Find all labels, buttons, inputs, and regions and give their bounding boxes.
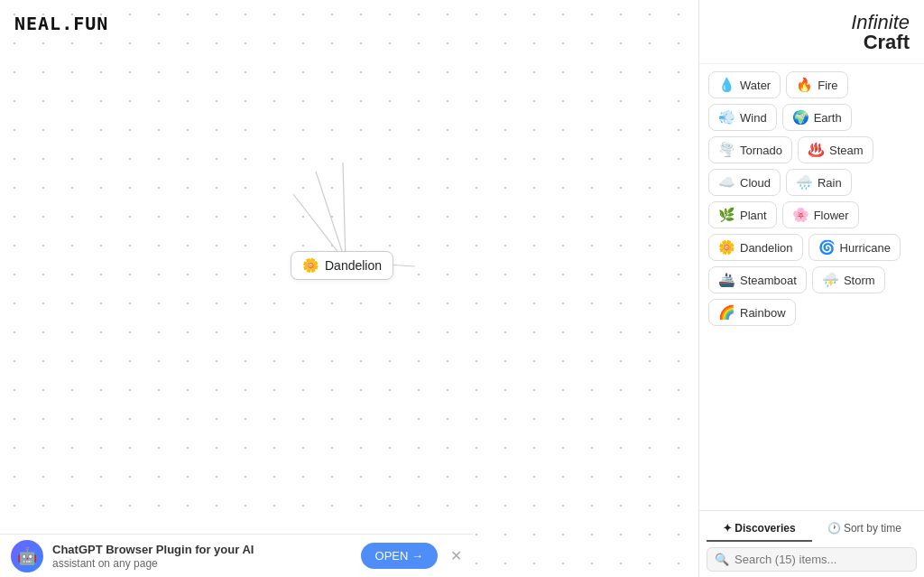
svg-line-2 (343, 163, 346, 262)
storm-label: Storm (844, 274, 875, 287)
storm-icon: ⛈️ (822, 272, 839, 288)
craft-label: Craft (714, 31, 910, 54)
item-chip-water[interactable]: 💧Water (708, 71, 781, 98)
tornado-label: Tornado (740, 144, 782, 157)
item-chip-earth[interactable]: 🌍Earth (782, 104, 852, 131)
dandelion-icon: 🌼 (718, 239, 735, 256)
steam-label: Steam (829, 144, 864, 157)
canvas-lines (0, 0, 698, 577)
earth-icon: 🌍 (792, 109, 809, 126)
item-chip-steamboat[interactable]: 🚢Steamboat (708, 266, 807, 293)
fire-label: Fire (818, 79, 837, 92)
search-icon: 🔍 (715, 553, 729, 566)
hurricane-icon: 🌀 (818, 239, 836, 256)
item-chip-storm[interactable]: ⛈️Storm (812, 266, 885, 293)
canvas-area[interactable]: NEAL.FUN 🌼 Dandelion 🗑️ 🌙 ✋ 🔊 Reset � (0, 0, 698, 577)
rain-label: Rain (818, 176, 842, 190)
search-row: 🔍 (707, 547, 917, 572)
earth-label: Earth (814, 111, 842, 125)
items-grid: 💧Water🔥Fire💨Wind🌍Earth🌪️Tornado♨️Steam☁️… (699, 64, 924, 510)
dandelion-element[interactable]: 🌼 Dandelion (291, 251, 393, 280)
item-chip-plant[interactable]: 🌿Plant (708, 201, 777, 228)
tab-sort-by-time[interactable]: 🕐 Sort by time (812, 517, 918, 542)
item-chip-cloud[interactable]: ☁️Cloud (708, 169, 781, 196)
ad-open-button[interactable]: OPEN → (361, 543, 438, 569)
cloud-icon: ☁️ (718, 174, 735, 191)
dandelion-icon: 🌼 (302, 257, 319, 274)
water-icon: 💧 (718, 77, 735, 93)
steamboat-label: Steamboat (740, 274, 797, 287)
wind-label: Wind (740, 111, 767, 125)
item-chip-rain[interactable]: 🌧️Rain (786, 169, 852, 196)
water-label: Water (740, 79, 771, 92)
dandelion-label: Dandelion (740, 241, 793, 255)
tab-row: ✦ Discoveries 🕐 Sort by time (707, 517, 917, 542)
bottom-bar: ✦ Discoveries 🕐 Sort by time 🔍 (699, 510, 924, 577)
item-chip-fire[interactable]: 🔥Fire (786, 71, 847, 98)
tab-discoveries[interactable]: ✦ Discoveries (707, 517, 812, 542)
wind-icon: 💨 (718, 109, 735, 126)
ad-text: ChatGPT Browser Plugin for your AI assis… (52, 543, 352, 570)
item-chip-flower[interactable]: 🌸Flower (782, 201, 859, 228)
hurricane-label: Hurricane (840, 241, 891, 255)
ad-bar: 🤖 ChatGPT Browser Plugin for your AI ass… (0, 534, 473, 577)
item-chip-steam[interactable]: ♨️Steam (798, 136, 873, 163)
right-panel: Infinite Craft 💧Water🔥Fire💨Wind🌍Earth🌪️T… (698, 0, 924, 577)
ad-logo: 🤖 (11, 540, 43, 572)
svg-line-1 (316, 172, 346, 262)
steam-icon: ♨️ (808, 142, 825, 158)
flower-label: Flower (814, 209, 849, 222)
ad-close-button[interactable]: ✕ (450, 547, 462, 564)
rain-icon: 🌧️ (796, 174, 813, 191)
flower-icon: 🌸 (792, 207, 809, 223)
fire-icon: 🔥 (796, 77, 813, 93)
dandelion-label: Dandelion (325, 258, 382, 273)
search-input[interactable] (735, 553, 909, 566)
item-chip-hurricane[interactable]: 🌀Hurricane (808, 234, 901, 261)
logo: NEAL.FUN (14, 13, 108, 34)
steamboat-icon: 🚢 (718, 272, 735, 288)
plant-label: Plant (740, 209, 767, 222)
tornado-icon: 🌪️ (718, 142, 735, 158)
craft-title: Infinite Craft (699, 0, 924, 64)
rainbow-icon: 🌈 (718, 304, 735, 321)
item-chip-tornado[interactable]: 🌪️Tornado (708, 136, 792, 163)
plant-icon: 🌿 (718, 207, 735, 223)
ad-logo-icon: 🤖 (11, 540, 43, 572)
item-chip-wind[interactable]: 💨Wind (708, 104, 777, 131)
rainbow-label: Rainbow (740, 306, 786, 320)
item-chip-rainbow[interactable]: 🌈Rainbow (708, 299, 796, 326)
item-chip-dandelion[interactable]: 🌼Dandelion (708, 234, 803, 261)
cloud-label: Cloud (740, 176, 771, 190)
